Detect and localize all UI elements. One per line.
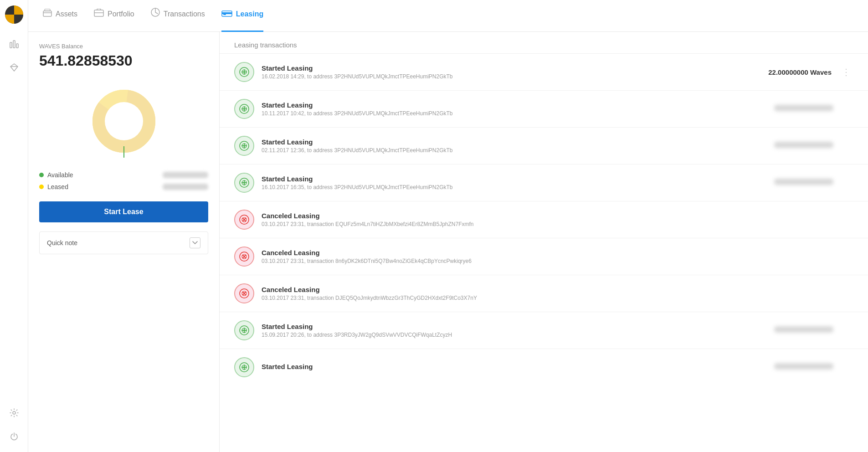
leased-dot <box>39 185 44 189</box>
tx-title: Canceled Leasing <box>262 212 826 220</box>
icon-bar-nav <box>8 33 21 406</box>
tx-title: Canceled Leasing <box>262 249 826 257</box>
tx-detail: 03.10.2017 23:31, transaction EQUFz5m4Ln… <box>262 221 826 227</box>
nav-item-leasing[interactable]: Leasing <box>221 0 263 32</box>
leased-value <box>163 184 208 190</box>
transaction-item: Started Leasing <box>220 349 868 385</box>
tx-amount: 22.00000000 Waves <box>768 68 832 76</box>
transaction-item: Canceled Leasing03.10.2017 23:31, transa… <box>220 238 868 275</box>
tx-detail: 03.10.2017 23:31, transaction DJEQ5QoJmk… <box>262 295 826 301</box>
tx-info: Canceled Leasing03.10.2017 23:31, transa… <box>262 212 826 227</box>
content-area: WAVES Balance 541.82858530 <box>28 32 868 452</box>
svg-rect-0 <box>10 42 12 48</box>
svg-point-3 <box>13 411 15 414</box>
right-panel: Leasing transactions Started Leasing16.0… <box>220 32 868 452</box>
tx-title: Started Leasing <box>262 323 767 330</box>
started-leasing-icon <box>234 173 254 193</box>
main-container: Assets Portfolio Transactions <box>28 0 868 452</box>
transaction-item: Started Leasing02.11.2017 12:36, to addr… <box>220 128 868 164</box>
nav-item-transactions[interactable]: Transactions <box>151 0 205 32</box>
transaction-item: Canceled Leasing03.10.2017 23:31, transa… <box>220 275 868 312</box>
quick-note-section: Quick note <box>39 231 208 254</box>
tx-title: Started Leasing <box>262 64 761 72</box>
transaction-item: Started Leasing10.11.2017 10:42, to addr… <box>220 91 868 128</box>
started-leasing-icon <box>234 136 254 156</box>
legend-leased: Leased <box>39 183 208 190</box>
transactions-nav-label: Transactions <box>164 0 205 30</box>
tx-title: Started Leasing <box>262 175 767 183</box>
started-leasing-icon <box>234 320 254 340</box>
chart-icon[interactable] <box>8 37 21 50</box>
canceled-leasing-icon <box>234 210 254 230</box>
tx-detail: 16.02.2018 14:29, to address 3P2HNUd5VUP… <box>262 73 761 80</box>
tx-detail: 15.09.2017 20:26, to address 3P3RD3yJW2g… <box>262 332 767 338</box>
tx-title: Started Leasing <box>262 101 767 109</box>
power-icon[interactable] <box>8 430 21 443</box>
leased-label: Leased <box>47 183 68 190</box>
transaction-item: Started Leasing15.09.2017 20:26, to addr… <box>220 312 868 349</box>
canceled-leasing-icon <box>234 283 254 303</box>
tx-detail: 10.11.2017 10:42, to address 3P2HNUd5VUP… <box>262 110 767 117</box>
left-panel: WAVES Balance 541.82858530 <box>28 32 220 452</box>
tx-info: Started Leasing15.09.2017 20:26, to addr… <box>262 323 767 338</box>
assets-nav-icon <box>43 0 52 30</box>
assets-nav-label: Assets <box>56 0 77 30</box>
tx-amount <box>774 105 833 113</box>
quick-note-toggle-button[interactable] <box>190 237 200 248</box>
available-dot <box>39 173 44 177</box>
tx-info: Canceled Leasing03.10.2017 23:31, transa… <box>262 249 826 264</box>
tx-title: Started Leasing <box>262 138 767 146</box>
settings-icon[interactable] <box>8 406 21 419</box>
donut-chart-container <box>39 80 208 162</box>
tx-amount <box>774 179 833 187</box>
tx-info: Started Leasing16.02.2018 14:29, to addr… <box>262 64 761 80</box>
legend-available: Available <box>39 171 208 179</box>
transaction-item: Started Leasing16.02.2018 14:29, to addr… <box>220 54 868 91</box>
tx-info: Started Leasing16.10.2017 16:35, to addr… <box>262 175 767 190</box>
started-leasing-icon <box>234 99 254 119</box>
donut-chart <box>87 85 160 158</box>
transactions-header: Leasing transactions <box>220 32 868 54</box>
icon-bar <box>0 0 28 452</box>
tx-menu-button[interactable]: ⋮ <box>839 65 853 79</box>
tx-info: Canceled Leasing03.10.2017 23:31, transa… <box>262 286 826 301</box>
tx-info: Started Leasing <box>262 363 767 372</box>
transaction-item: Canceled Leasing03.10.2017 23:31, transa… <box>220 201 868 238</box>
avatar[interactable] <box>5 5 23 24</box>
svg-rect-1 <box>13 41 15 48</box>
balance-label: WAVES Balance <box>39 43 208 50</box>
nav-item-assets[interactable]: Assets <box>43 0 77 32</box>
top-nav: Assets Portfolio Transactions <box>28 0 868 32</box>
tx-amount <box>774 326 833 334</box>
leasing-nav-icon <box>221 0 232 30</box>
tx-title: Started Leasing <box>262 363 767 370</box>
legend: Available Leased <box>39 171 208 190</box>
start-lease-button[interactable]: Start Lease <box>39 201 208 222</box>
tx-title: Canceled Leasing <box>262 286 826 293</box>
svg-rect-9 <box>222 12 232 14</box>
transactions-list: Started Leasing16.02.2018 14:29, to addr… <box>220 54 868 385</box>
diamond-icon[interactable] <box>8 61 21 74</box>
tx-info: Started Leasing10.11.2017 10:42, to addr… <box>262 101 767 117</box>
balance-value: 541.82858530 <box>39 52 208 69</box>
svg-rect-2 <box>16 44 18 48</box>
tx-detail: 16.10.2017 16:35, to address 3P2HNUd5VUP… <box>262 184 767 190</box>
started-leasing-icon <box>234 357 254 377</box>
tx-info: Started Leasing02.11.2017 12:36, to addr… <box>262 138 767 154</box>
available-value <box>163 172 208 178</box>
svg-point-15 <box>105 102 143 140</box>
portfolio-nav-label: Portfolio <box>108 0 134 30</box>
svg-rect-6 <box>94 10 103 16</box>
started-leasing-icon <box>234 62 254 82</box>
tx-amount <box>774 142 833 150</box>
svg-rect-4 <box>43 11 51 16</box>
canceled-leasing-icon <box>234 247 254 267</box>
icon-bar-bottom <box>8 406 21 452</box>
transactions-nav-icon <box>151 0 160 30</box>
portfolio-nav-icon <box>94 0 104 30</box>
tx-detail: 03.10.2017 23:31, transaction 8n6yDK2k6D… <box>262 258 826 264</box>
quick-note-label: Quick note <box>47 239 77 247</box>
tx-detail: 02.11.2017 12:36, to address 3P2HNUd5VUP… <box>262 147 767 154</box>
nav-item-portfolio[interactable]: Portfolio <box>94 0 134 32</box>
available-label: Available <box>47 171 73 179</box>
